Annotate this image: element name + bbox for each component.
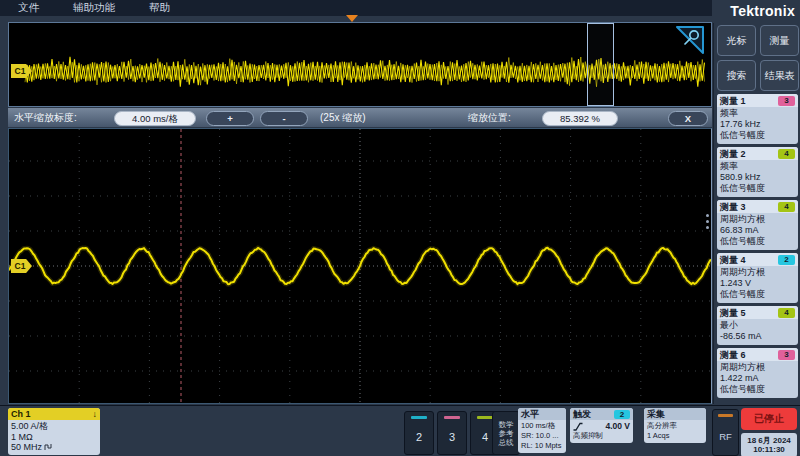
- trigger-mode: 高频抑制: [573, 431, 630, 441]
- measurement-line: 频率: [720, 108, 795, 119]
- results-table-button[interactable]: 结果表: [760, 60, 799, 91]
- channel-1-info-line: 5.00 A/格: [11, 421, 97, 432]
- measure-button[interactable]: 测量: [760, 25, 799, 56]
- measurement-line: 66.83 mA: [720, 225, 795, 236]
- zoom-scale-value[interactable]: 4.00 ms/格: [114, 111, 196, 126]
- measurement-card-1[interactable]: 测量 13频率17.76 kHz低信号幅度: [717, 94, 798, 144]
- measurement-line: 周期均方根: [720, 267, 795, 278]
- measurement-cards: 测量 13频率17.76 kHz低信号幅度测量 24频率580.9 kHz低信号…: [717, 94, 798, 398]
- measurement-line: 频率: [720, 161, 795, 172]
- channel-3-button-label: 3: [449, 419, 455, 454]
- stopped-button[interactable]: 已停止: [741, 408, 797, 430]
- channel-1-marker-label: C1: [15, 66, 26, 76]
- time-label: 10:11:30: [753, 445, 785, 455]
- channel-1-badge[interactable]: Ch 1 ↓ 5.00 A/格1 MΩ50 MHz: [8, 408, 100, 455]
- measurement-line: 低信号幅度: [720, 236, 795, 247]
- measurement-card-title: 测量 4: [720, 254, 746, 267]
- math-ref-bus-label: 总线: [499, 438, 514, 447]
- measurement-card-body: 周期均方根66.83 mA低信号幅度: [717, 213, 798, 250]
- tektronix-logo: Tektronix: [730, 3, 795, 19]
- horizontal-badge-title: 水平: [521, 408, 539, 420]
- measurement-source-badge: 3: [778, 96, 795, 106]
- measurement-card-header: 测量 63: [717, 348, 798, 361]
- acquisition-badge-title: 采集: [647, 408, 665, 420]
- channel-2-button[interactable]: 2: [404, 411, 434, 455]
- measurement-card-title: 测量 2: [720, 148, 746, 161]
- menu-item-1[interactable]: 文件: [18, 1, 39, 15]
- measurement-line: -86.56 mA: [720, 331, 795, 342]
- zoom-factor-label: (25x 缩放): [320, 111, 366, 125]
- rising-edge-icon: [573, 422, 583, 431]
- horizontal-badge[interactable]: 水平 100 ms/格SR: 10.0 ...RL: 10 Mpts: [518, 408, 566, 453]
- zoom-window-box[interactable]: [587, 23, 614, 106]
- horizontal-info-line: RL: 10 Mpts: [521, 441, 563, 451]
- measurement-card-body: 频率17.76 kHz低信号幅度: [717, 107, 798, 144]
- menu-item-3[interactable]: 帮助: [149, 1, 170, 15]
- measurement-source-badge: 2: [778, 255, 795, 265]
- measurement-line: 最小: [720, 320, 795, 331]
- search-button[interactable]: 搜索: [717, 60, 756, 91]
- horizontal-info-line: SR: 10.0 ...: [521, 431, 563, 441]
- channel-1-info-line: 50 MHz: [11, 442, 97, 453]
- measurement-line: 周期均方根: [720, 362, 795, 373]
- zoom-scale-label: 水平缩放标度:: [14, 111, 77, 125]
- trigger-source-badge: 2: [614, 410, 630, 419]
- trigger-badge-title: 触发: [573, 408, 591, 420]
- measurement-card-4[interactable]: 测量 42周期均方根1.243 V低信号幅度: [717, 253, 798, 303]
- math-ref-bus-label: 数学: [499, 420, 514, 429]
- measurement-line: 低信号幅度: [720, 183, 795, 194]
- panel-drag-handle[interactable]: [706, 214, 709, 229]
- measurement-line: 周期均方根: [720, 214, 795, 225]
- measurement-card-2[interactable]: 测量 24频率580.9 kHz低信号幅度: [717, 147, 798, 197]
- zoom-toolbar: 水平缩放标度: 4.00 ms/格 + - (25x 缩放) 缩放位置: 85.…: [8, 108, 712, 127]
- zoom-magnifier-icon[interactable]: [675, 25, 705, 55]
- rf-button[interactable]: RF: [712, 409, 739, 456]
- zoom-out-button[interactable]: -: [260, 111, 308, 126]
- measurement-source-badge: 4: [778, 149, 795, 159]
- menu-bar: 文件辅助功能帮助: [0, 0, 712, 16]
- measurement-card-title: 测量 3: [720, 201, 746, 214]
- channel-position-arrow-icon: ↓: [93, 408, 98, 420]
- measurement-card-title: 测量 5: [720, 307, 746, 320]
- measurement-line: 低信号幅度: [720, 384, 795, 395]
- date-label: 18 6月 2024: [747, 436, 791, 446]
- channel-1-badge-title: Ch 1: [11, 408, 31, 420]
- channel-1-marker-label: C1: [15, 261, 26, 271]
- waveform-overview: C1: [8, 22, 712, 107]
- measurement-card-header: 测量 54: [717, 306, 798, 319]
- oscilloscope-screen: 文件辅助功能帮助 Tektronix C1 水平缩放标度: 4.00 ms/格 …: [0, 0, 800, 456]
- main-waveform: [9, 129, 711, 403]
- math-ref-bus-button[interactable]: 数学参考总线: [492, 411, 520, 455]
- zoom-position-value[interactable]: 85.392 %: [542, 111, 618, 126]
- measurement-card-body: 频率580.9 kHz低信号幅度: [717, 160, 798, 197]
- measurement-line: 低信号幅度: [720, 289, 795, 300]
- channel-3-button[interactable]: 3: [437, 411, 467, 455]
- measurement-card-5[interactable]: 测量 54最小-86.56 mA: [717, 306, 798, 345]
- cursors-button[interactable]: 光标: [717, 25, 756, 56]
- zoom-position-label: 缩放位置:: [468, 111, 511, 125]
- trigger-position-icon[interactable]: [346, 15, 358, 22]
- measurement-card-body: 周期均方根1.243 V低信号幅度: [717, 266, 798, 303]
- measurement-card-title: 测量 6: [720, 349, 746, 362]
- channel-1-info-line: 1 MΩ: [11, 432, 97, 443]
- measurement-line: 低信号幅度: [720, 130, 795, 141]
- zoom-in-button[interactable]: +: [206, 111, 254, 126]
- acquisition-badge[interactable]: 采集 高分辨率1 Acqs: [644, 408, 706, 443]
- measurement-card-body: 最小-86.56 mA: [717, 319, 798, 345]
- measurement-card-header: 测量 42: [717, 253, 798, 266]
- trigger-badge[interactable]: 触发 2 4.00 V 高频抑制: [570, 408, 633, 443]
- menu-item-2[interactable]: 辅助功能: [73, 1, 115, 15]
- measurement-card-3[interactable]: 测量 34周期均方根66.83 mA低信号幅度: [717, 200, 798, 250]
- measurement-source-badge: 3: [778, 350, 795, 360]
- acquisition-info-line: 高分辨率: [647, 421, 703, 431]
- acquisition-info-line: 1 Acqs: [647, 431, 703, 441]
- measurement-card-header: 测量 34: [717, 200, 798, 213]
- measurement-card-header: 测量 13: [717, 94, 798, 107]
- bandwidth-icon: [44, 443, 52, 451]
- trigger-level-value: 4.00 V: [605, 421, 630, 431]
- measurement-line: 1.422 mA: [720, 373, 795, 384]
- bottom-bar: Ch 1 ↓ 5.00 A/格1 MΩ50 MHz 234 数学参考总线 水平 …: [0, 405, 800, 456]
- measurement-card-6[interactable]: 测量 63周期均方根1.422 mA低信号幅度: [717, 348, 798, 398]
- main-graticule: C1: [8, 128, 712, 404]
- zoom-close-button[interactable]: X: [668, 111, 708, 126]
